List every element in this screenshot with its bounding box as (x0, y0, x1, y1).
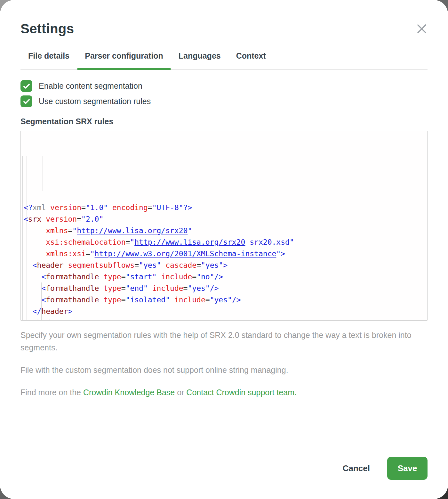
code-line: <formathandle type="end" include="yes"/> (24, 282, 427, 294)
find-more-middle: or (175, 388, 186, 397)
tab-parser-configuration[interactable]: Parser configuration (77, 51, 171, 69)
tab-file-details[interactable]: File details (20, 51, 77, 69)
checkbox-row-enable-content-segmentation[interactable]: Enable content segmentation (20, 80, 428, 92)
dialog-header: Settings (0, 0, 448, 37)
editor-label: Segmentation SRX rules (20, 117, 428, 126)
find-more-prefix: Find more on the (20, 388, 83, 397)
save-button[interactable]: Save (387, 457, 428, 480)
page-title: Settings (20, 21, 74, 37)
find-more-suffix: . (294, 388, 297, 397)
indent-guide (22, 156, 23, 320)
help-text-block: Specify your own segmentation rules with… (20, 329, 428, 399)
check-icon (20, 95, 32, 107)
code-line: <header segmentsubflows="yes" cascade="y… (24, 259, 427, 271)
indent-guide (43, 156, 43, 191)
code-line: xsi:schemaLocation="http://www.lisa.org/… (24, 236, 427, 248)
checkbox-row-use-custom-segmentation-rules[interactable]: Use custom segmentation rules (20, 95, 428, 107)
code-line: xmlns:xsi="http://www.w3.org/2001/XMLSch… (24, 248, 427, 259)
cancel-button[interactable]: Cancel (338, 460, 374, 477)
code-line: <?xml version="1.0" encoding="UTF-8"?> (24, 202, 427, 213)
code-line: <body> (24, 317, 427, 321)
code-line: <formathandle type="start" include="no"/… (24, 271, 427, 282)
help-paragraph-segmentation: Specify your own segmentation rules with… (20, 329, 428, 354)
code-line: <formathandle type="isolated" include="y… (24, 294, 427, 306)
checkbox-label: Use custom segmentation rules (39, 97, 151, 106)
check-icon (20, 80, 32, 92)
knowledge-base-link[interactable]: Crowdin Knowledge Base (83, 388, 175, 397)
help-paragraph-find-more: Find more on the Crowdin Knowledge Base … (20, 386, 428, 399)
code-line: </header> (24, 306, 427, 317)
dialog-footer: Cancel Save (338, 457, 428, 480)
indent-guide (41, 282, 42, 320)
indent-guide (27, 156, 27, 320)
checkbox-label: Enable content segmentation (39, 81, 142, 91)
settings-dialog: Settings File detailsParser configuratio… (0, 0, 448, 499)
code-line: <srx version="2.0" (24, 213, 427, 225)
tab-bar: File detailsParser configurationLanguage… (20, 51, 428, 70)
tab-languages[interactable]: Languages (171, 51, 228, 69)
help-paragraph-online-managing: File with the custom segmentation does n… (20, 364, 428, 376)
code-line: xmlns="http://www.lisa.org/srx20" (24, 225, 427, 236)
close-icon[interactable] (416, 23, 428, 35)
srx-rules-editor[interactable]: <?xml version="1.0" encoding="UTF-8"?><s… (20, 131, 428, 321)
checkbox-group: Enable content segmentationUse custom se… (20, 80, 428, 107)
contact-support-link[interactable]: Contact Crowdin support team (186, 388, 294, 397)
tab-context[interactable]: Context (228, 51, 274, 69)
